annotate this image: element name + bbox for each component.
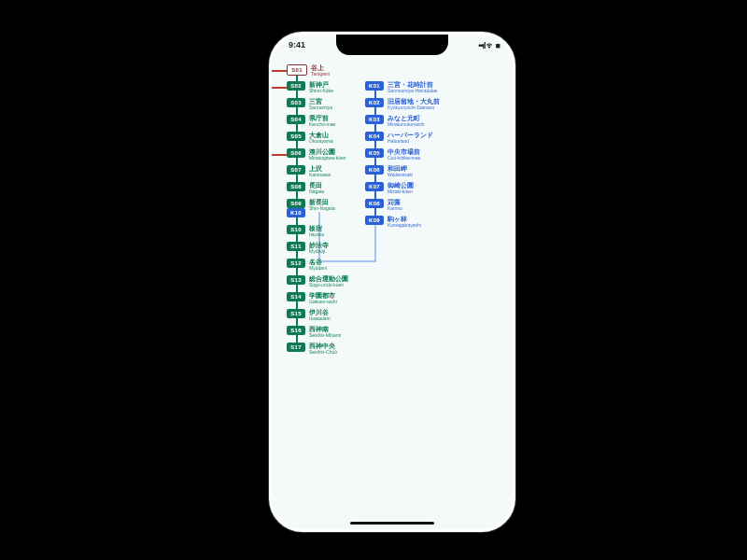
station-s17[interactable]: S17西神中央Seishin-Chūō — [287, 343, 337, 355]
station-name-romaji: Komagabayashi — [388, 223, 421, 228]
station-label: 三宮・花時計前Sannnomiya-Hanadokei — [388, 81, 437, 93]
station-k06[interactable]: K06和田岬Wadamisaki — [365, 165, 413, 177]
station-s12[interactable]: S12名谷Myōdani — [287, 259, 327, 271]
station-name-jp: 新神戸 — [309, 81, 333, 88]
device-notch — [336, 35, 448, 55]
station-label: 中央市場前Cuō-ichiba-mae — [388, 148, 420, 161]
connector-track — [374, 225, 376, 262]
station-k10[interactable]: K10 — [287, 208, 305, 217]
station-name-jp: 和田岬 — [388, 165, 413, 172]
station-name-romaji: Ōkurayama — [309, 139, 333, 144]
station-s01[interactable]: S01谷上Tanigami — [287, 64, 330, 77]
station-label: 新長田Shin-Nagata — [309, 199, 335, 211]
station-s13[interactable]: S13総合運動公園Sōgō-undō-kōen — [287, 275, 348, 287]
station-k03[interactable]: K03みなと元町Minatomotomachi — [365, 115, 424, 127]
station-s06[interactable]: S06湊川公園Minatogawa-kōen — [287, 148, 345, 161]
station-k09[interactable]: K09駒ヶ林Komagabayashi — [365, 216, 421, 228]
station-s04[interactable]: S04県庁前Kenchō-mae — [287, 115, 335, 127]
station-label: 学園都市Gakuen-toshi — [309, 292, 337, 304]
station-s05[interactable]: S05大倉山Ōkurayama — [287, 132, 333, 144]
station-s07[interactable]: S07上沢Kamisawa — [287, 165, 331, 177]
station-k04[interactable]: K04ハーバーランドHaborland — [365, 132, 433, 144]
station-badge: S17 — [287, 343, 305, 352]
station-label: 新神戸Shinn-Kōbe — [309, 81, 333, 93]
station-name-romaji: Itayado — [309, 232, 324, 237]
station-name-jp: 名谷 — [309, 259, 327, 265]
connector-track — [318, 260, 376, 262]
station-name-jp: 長田 — [309, 182, 324, 189]
station-name-romaji: Sōgō-undō-kōen — [309, 283, 348, 287]
station-name-jp: ハーバーランド — [388, 132, 433, 138]
station-s16[interactable]: S16西神南Seishin-Minami — [287, 326, 341, 338]
station-k08[interactable]: K08苅藻Karimo — [365, 199, 402, 211]
station-k05[interactable]: K05中央市場前Cuō-ichiba-mae — [365, 148, 420, 161]
station-name-jp: みなと元町 — [388, 115, 424, 121]
station-badge: S07 — [287, 165, 305, 175]
station-name-jp: 西神中央 — [309, 343, 337, 349]
station-name-romaji: Kyūkyoryūchi-Daimaru — [388, 105, 440, 110]
station-name-jp: 県庁前 — [309, 115, 335, 121]
station-name-romaji: Shin-Nagata — [309, 206, 335, 211]
station-label: 伊川谷Ikawadani — [309, 309, 331, 321]
station-name-jp: 大倉山 — [309, 132, 333, 138]
station-badge: S14 — [287, 292, 305, 301]
station-name-jp: 駒ヶ林 — [388, 216, 421, 222]
station-name-romaji: Mizaki-kōen — [388, 189, 414, 194]
station-badge: K09 — [365, 216, 384, 225]
station-name-romaji: Cuō-ichiba-mae — [388, 156, 420, 161]
station-badge: S05 — [287, 132, 305, 141]
station-name-jp: 旧居留地・大丸前 — [388, 98, 440, 105]
station-name-romaji: Minatogawa-kōen — [309, 156, 345, 161]
station-badge: K04 — [365, 132, 384, 141]
station-k07[interactable]: K07御崎公園Mizaki-kōen — [365, 182, 414, 194]
station-name-jp: 新長田 — [309, 199, 335, 205]
station-badge: S10 — [287, 225, 305, 234]
station-s08[interactable]: S08長田Nagata — [287, 182, 324, 194]
station-badge: S09 — [287, 199, 305, 208]
station-label: 県庁前Kenchō-mae — [309, 115, 335, 127]
station-name-romaji: Sannnomiya-Hanadokei — [388, 89, 437, 93]
station-k01[interactable]: K01三宮・花時計前Sannnomiya-Hanadokei — [365, 81, 437, 93]
station-name-jp: 伊川谷 — [309, 309, 331, 315]
status-time: 9:41 — [289, 40, 305, 49]
station-name-romaji: Minatomotomachi — [388, 122, 424, 127]
station-label: 妙法寺Myōhōji — [309, 242, 329, 254]
station-badge: S15 — [287, 309, 305, 318]
station-label: 西神中央Seishin-Chūō — [309, 343, 337, 355]
station-name-jp: 学園都市 — [309, 292, 337, 299]
station-name-romaji: Tanigami — [311, 72, 330, 77]
station-label: 三宮Sannomiya — [309, 98, 332, 110]
station-s10[interactable]: S10板宿Itayado — [287, 225, 324, 237]
station-name-jp: 三宮 — [309, 98, 332, 105]
route-map[interactable]: S01谷上TanigamiS02新神戸Shinn-KōbeS03三宮Sannom… — [272, 59, 513, 516]
station-badge: S04 — [287, 115, 305, 124]
station-name-jp: 上沢 — [309, 165, 331, 172]
station-name-romaji: Gakuen-toshi — [309, 300, 337, 304]
station-label: 和田岬Wadamisaki — [388, 165, 413, 177]
station-name-romaji: Myōhōji — [309, 249, 329, 254]
station-s14[interactable]: S14学園都市Gakuen-toshi — [287, 292, 337, 304]
station-k02[interactable]: K02旧居留地・大丸前Kyūkyoryūchi-Daimaru — [365, 98, 440, 110]
station-label: 板宿Itayado — [309, 225, 324, 237]
station-badge: S06 — [287, 148, 305, 158]
station-name-jp: 湊川公園 — [309, 148, 345, 155]
station-s02[interactable]: S02新神戸Shinn-Kōbe — [287, 81, 333, 93]
station-label: 湊川公園Minatogawa-kōen — [309, 148, 345, 161]
station-badge: K01 — [365, 81, 384, 91]
station-badge: K02 — [365, 98, 384, 107]
station-name-romaji: Seishin-Chūō — [309, 350, 337, 355]
station-name-romaji: Ikawadani — [309, 316, 331, 321]
station-label: 名谷Myōdani — [309, 259, 327, 271]
station-s03[interactable]: S03三宮Sannomiya — [287, 98, 332, 110]
station-badge: K07 — [365, 182, 384, 191]
station-name-romaji: Nagata — [309, 189, 324, 194]
station-name-romaji: Seishin-Minami — [309, 333, 341, 338]
station-s11[interactable]: S11妙法寺Myōhōji — [287, 242, 329, 254]
station-badge: K03 — [365, 115, 384, 124]
station-name-jp: 妙法寺 — [309, 242, 329, 248]
station-name-jp: 板宿 — [309, 225, 324, 231]
station-badge: K10 — [287, 208, 305, 217]
home-indicator[interactable] — [350, 522, 434, 525]
station-s15[interactable]: S15伊川谷Ikawadani — [287, 309, 331, 321]
connector-track — [318, 212, 320, 262]
